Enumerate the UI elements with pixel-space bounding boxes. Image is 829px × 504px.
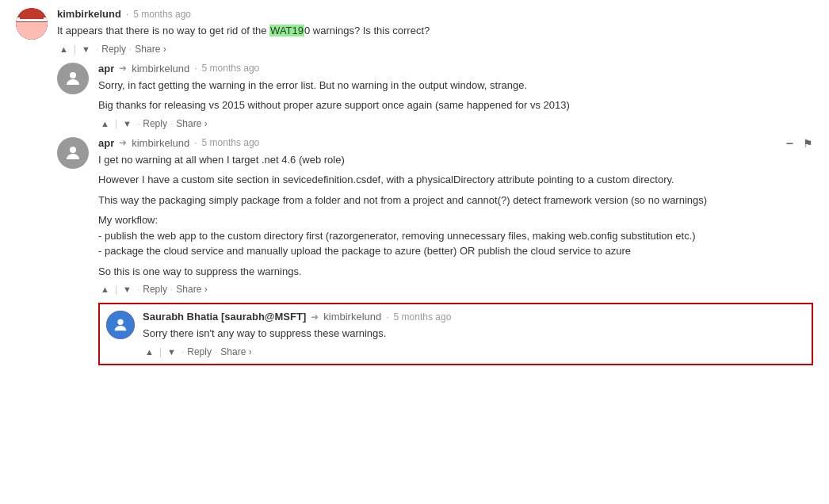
minimize-button[interactable]: – (786, 137, 793, 150)
reply-to: kimbirkelund (323, 311, 381, 323)
avatar (16, 8, 48, 40)
comment-meta: apr ➜ kimbirkelund · 5 months ago (98, 63, 813, 74)
downvote-button[interactable]: ▼ (79, 44, 93, 55)
nested-comments: apr ➜ kimbirkelund · 5 months ago Sorry,… (57, 63, 813, 368)
flag-button[interactable]: ⚑ (803, 137, 813, 150)
comment-actions: ▲ | ▼ · Reply · Share › (98, 118, 813, 129)
reply-button[interactable]: Reply (101, 44, 126, 55)
share-button[interactable]: Share › (176, 118, 207, 129)
svg-point-0 (70, 72, 76, 78)
author-name: apr (98, 63, 114, 74)
comment-actions: ▲ | ▼ · Reply · Share › (143, 346, 805, 357)
reply-arrow-icon: ➜ (119, 63, 127, 74)
comment-item: kimbirkelund · 5 months ago It appears t… (16, 8, 813, 55)
reply-to: kimbirkelund (132, 63, 189, 74)
user-icon (112, 316, 129, 334)
comment-body: kimbirkelund · 5 months ago It appears t… (57, 8, 813, 55)
avatar (106, 311, 135, 339)
upvote-button[interactable]: ▲ (98, 284, 112, 295)
comment-meta: kimbirkelund · 5 months ago (57, 8, 813, 20)
comment-body: apr ➜ kimbirkelund · 5 months ago – ⚑ I … (98, 137, 813, 368)
comment-text: Sorry, in fact getting the warning in th… (98, 78, 813, 113)
nested-highlighted: Saurabh Bhatia [saurabh@MSFT] ➜ kimbirke… (98, 303, 813, 365)
comment-text: It appears that there is no way to get r… (57, 23, 813, 39)
timestamp: 5 months ago (133, 9, 191, 20)
author-name: kimbirkelund (57, 8, 121, 20)
svg-point-2 (117, 319, 123, 325)
avatar (57, 137, 89, 169)
reply-arrow-icon: ➜ (311, 311, 319, 323)
downvote-button[interactable]: ▼ (165, 346, 178, 357)
comment-actions: ▲ | ▼ · Reply · Share › (57, 44, 813, 55)
user-icon (63, 69, 82, 88)
comment-meta: Saurabh Bhatia [saurabh@MSFT] ➜ kimbirke… (143, 311, 805, 323)
timestamp: 5 months ago (394, 311, 452, 323)
comment-meta: apr ➜ kimbirkelund · 5 months ago (98, 137, 259, 149)
comment-text: I get no warning at all when I target .n… (98, 152, 813, 280)
meta-controls: – ⚑ (786, 137, 813, 150)
share-button[interactable]: Share › (220, 346, 251, 357)
author-name: Saurabh Bhatia [saurabh@MSFT] (143, 311, 306, 323)
downvote-button[interactable]: ▼ (120, 284, 134, 295)
svg-point-1 (70, 147, 76, 153)
author-name: apr (98, 137, 114, 149)
downvote-button[interactable]: ▼ (120, 118, 134, 129)
share-button[interactable]: Share › (135, 44, 166, 55)
reply-button[interactable]: Reply (143, 118, 167, 129)
comment-item: apr ➜ kimbirkelund · 5 months ago Sorry,… (57, 63, 813, 129)
comment-text: Sorry there isn't any way to suppress th… (143, 326, 805, 342)
upvote-button[interactable]: ▲ (57, 44, 71, 55)
reply-button[interactable]: Reply (143, 284, 167, 295)
reply-button[interactable]: Reply (187, 346, 212, 357)
reply-arrow-icon: ➜ (119, 137, 127, 148)
comment-item: apr ➜ kimbirkelund · 5 months ago – ⚑ I … (57, 137, 813, 368)
comment-thread: kimbirkelund · 5 months ago It appears t… (16, 8, 813, 368)
user-icon (63, 143, 82, 162)
reply-to: kimbirkelund (132, 137, 189, 149)
comment-body: Saurabh Bhatia [saurabh@MSFT] ➜ kimbirke… (143, 311, 805, 357)
comment-actions: ▲ | ▼ · Reply · Share › (98, 284, 813, 295)
upvote-button[interactable]: ▲ (98, 118, 112, 129)
avatar (57, 63, 89, 94)
highlight-text: WAT19 (269, 25, 304, 36)
highlighted-comment: Saurabh Bhatia [saurabh@MSFT] ➜ kimbirke… (98, 303, 813, 365)
comment-body: apr ➜ kimbirkelund · 5 months ago Sorry,… (98, 63, 813, 129)
timestamp: 5 months ago (202, 63, 260, 74)
timestamp: 5 months ago (202, 137, 260, 148)
upvote-button[interactable]: ▲ (143, 346, 156, 357)
share-button[interactable]: Share › (176, 284, 207, 295)
